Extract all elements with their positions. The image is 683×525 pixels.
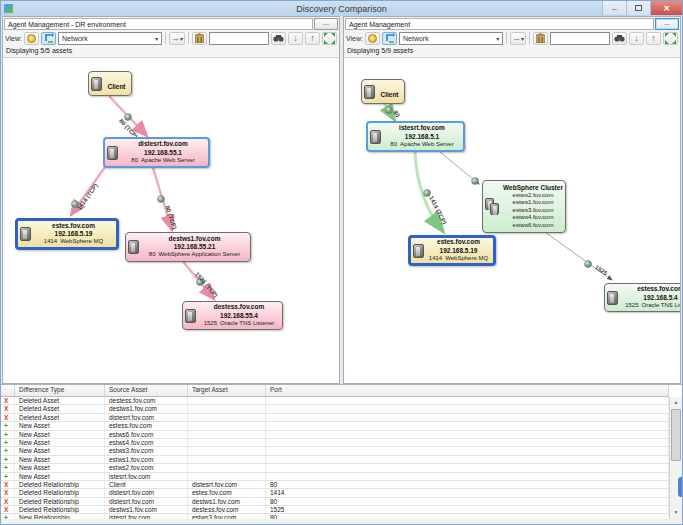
building-icon <box>536 33 545 43</box>
cell-port <box>266 473 669 480</box>
move-up-button[interactable]: ↑ <box>646 32 661 45</box>
cell-difference-type: New Asset <box>15 456 105 463</box>
find-button[interactable] <box>612 32 627 45</box>
asset-group-button[interactable] <box>533 32 548 45</box>
node-destws1[interactable]: destws1.fov.com 192.168.55.21 80WebSpher… <box>125 232 251 262</box>
go-button[interactable]: → ▾ <box>510 32 526 45</box>
globe-view-button[interactable] <box>365 32 380 45</box>
cell-difference-type: Deleted Relationship <box>15 498 105 505</box>
column-port[interactable]: Port <box>266 385 669 396</box>
cell-target-asset <box>188 439 266 446</box>
cell-target-asset: estes.fov.com <box>188 489 266 496</box>
table-row[interactable]: + New Asset estws4.fov.com <box>1 439 669 447</box>
green-arrow-icon: → <box>512 34 521 43</box>
table-row[interactable]: X Deleted Asset destess.fov.com <box>1 397 669 405</box>
column-source-asset[interactable]: Source Asset <box>105 385 188 396</box>
table-row[interactable]: X Deleted Asset destws1.fov.com <box>1 405 669 413</box>
right-topology-panel: Agent Management ... View: Network ▾ → ▾ <box>343 16 681 384</box>
table-row[interactable]: + New Asset estws2.fov.com <box>1 464 669 472</box>
move-down-button[interactable]: ↓ <box>629 32 644 45</box>
server-icon <box>364 85 375 99</box>
binoculars-icon <box>273 34 284 42</box>
right-topology-canvas[interactable]: 80 1414 (TCP) 1525 Client istesrt.fov.co… <box>344 57 680 383</box>
left-more-button[interactable]: ... <box>314 18 338 30</box>
cell-source-asset: distesrt.fov.com <box>105 489 188 496</box>
table-row[interactable]: + New Asset istesrt.fov.com <box>1 473 669 481</box>
cell-source-asset: estess.fov.com <box>105 422 188 429</box>
view-mode-select[interactable]: Network ▾ <box>399 32 503 45</box>
cell-port: 80 <box>266 498 669 505</box>
row-status-icon: + <box>1 473 15 480</box>
filter-input[interactable] <box>209 32 269 45</box>
row-status-icon: X <box>1 506 15 513</box>
table-row[interactable]: X Deleted Relationship Client distesrt.f… <box>1 481 669 489</box>
scroll-up-icon[interactable]: ▲ <box>670 397 682 408</box>
node-istesrt[interactable]: istesrt.fov.com 192.168.5.1 80Apache Web… <box>366 121 465 152</box>
table-row[interactable]: + New Asset estws3.fov.com <box>1 447 669 455</box>
scrollbar-thumb[interactable] <box>671 409 681 461</box>
table-row[interactable]: + New Asset estws6.fov.com <box>1 431 669 439</box>
globe-view-button[interactable] <box>24 32 39 45</box>
cell-difference-type: Deleted Asset <box>15 397 105 404</box>
row-status-icon: + <box>1 447 15 454</box>
table-row[interactable]: + New Asset estess.fov.com <box>1 422 669 430</box>
move-up-button[interactable]: ↑ <box>305 32 320 45</box>
asset-group-button[interactable] <box>192 32 207 45</box>
column-target-asset[interactable]: Target Asset <box>188 385 266 396</box>
node-destess[interactable]: destess.fov.com 192.168.55.4 1525Oracle … <box>182 301 283 330</box>
server-icon <box>413 244 424 258</box>
scroll-accent <box>678 477 682 497</box>
node-websphere-cluster[interactable]: WebSphere Cluster estws2.fov.com estws1.… <box>482 180 566 233</box>
table-row[interactable]: X Deleted Relationship destws1.fov.com d… <box>1 506 669 514</box>
cell-port: 1414 <box>266 489 669 496</box>
cell-source-asset: distesrt.fov.com <box>105 498 188 505</box>
column-difference-type[interactable]: Difference Type <box>15 385 105 396</box>
left-panel-title: Agent Management - DR environment <box>4 18 313 30</box>
close-button[interactable]: ✕ <box>650 1 682 15</box>
cell-port <box>266 464 669 471</box>
view-mode-select[interactable]: Network ▾ <box>58 32 162 45</box>
cell-difference-type: New Relationship <box>15 514 105 519</box>
server-icon <box>607 291 618 305</box>
cell-port <box>266 431 669 438</box>
row-status-icon: X <box>1 405 15 412</box>
table-row[interactable]: X Deleted Relationship distesrt.fov.com … <box>1 498 669 506</box>
cell-port <box>266 456 669 463</box>
cell-port: 1525 <box>266 506 669 513</box>
cell-difference-type: New Asset <box>15 473 105 480</box>
left-topology-panel: Agent Management - DR environment ... Vi… <box>2 16 340 384</box>
left-topology-canvas[interactable]: 80 (TCP) 1414 (TCP) 80 (TCP) 1525 (TCP) … <box>3 57 339 383</box>
filter-input[interactable] <box>550 32 610 45</box>
move-down-button[interactable]: ↓ <box>288 32 303 45</box>
cell-source-asset: istesrt.fov.com <box>105 473 188 480</box>
network-layout-icon <box>385 33 395 43</box>
maximize-button[interactable] <box>626 1 650 15</box>
fit-view-button[interactable] <box>663 32 678 45</box>
cell-port <box>266 414 669 421</box>
go-button[interactable]: → ▾ <box>169 32 185 45</box>
expand-arrows-icon <box>324 33 335 44</box>
fit-view-button[interactable] <box>322 32 337 45</box>
node-estes[interactable]: estes.fov.com 192.168.5.19 1414WebSphere… <box>15 218 119 250</box>
node-estess[interactable]: estess.fov.com 192.168.5.4 1525Oracle TN… <box>604 283 680 312</box>
expand-arrows-icon <box>665 33 676 44</box>
globe-icon <box>368 34 377 43</box>
network-layout-button[interactable] <box>41 32 56 45</box>
minimize-button[interactable]: – <box>602 1 626 15</box>
table-row[interactable]: X Deleted Relationship distesrt.fov.com … <box>1 489 669 497</box>
cell-port <box>266 397 669 404</box>
network-layout-button[interactable] <box>382 32 397 45</box>
table-row[interactable]: + New Relationship istesrt.fov.com estws… <box>1 514 669 519</box>
scroll-down-icon[interactable]: ▼ <box>670 507 682 518</box>
cell-source-asset: destws1.fov.com <box>105 506 188 513</box>
table-scrollbar[interactable]: ▲ ▼ <box>669 397 682 518</box>
node-client[interactable]: Client <box>361 79 405 104</box>
node-distesrt[interactable]: distesrt.fov.com 192.168.55.1 80Apache W… <box>103 137 210 168</box>
right-more-button[interactable]: ... <box>655 18 679 30</box>
table-row[interactable]: X Deleted Asset distesrt.fov.com <box>1 414 669 422</box>
node-estes[interactable]: estes.fov.com 192.168.5.19 1414WebSphere… <box>408 235 496 266</box>
find-button[interactable] <box>271 32 286 45</box>
cell-port: 80 <box>266 481 669 488</box>
table-row[interactable]: + New Asset estws1.fov.com <box>1 456 669 464</box>
node-client[interactable]: Client <box>88 71 132 96</box>
